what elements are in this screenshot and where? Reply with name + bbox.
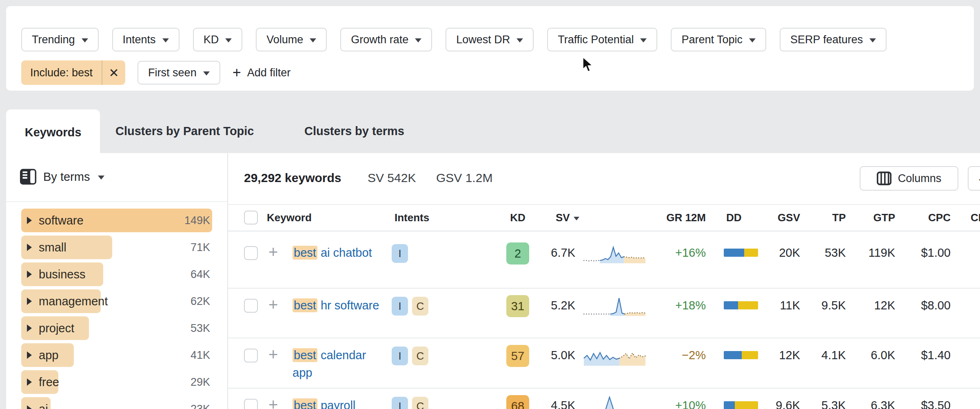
cps-value: 1.1 xyxy=(962,299,980,312)
filter-label: First seen xyxy=(148,67,197,79)
add-to-list-icon[interactable]: + xyxy=(268,296,278,314)
tab-clusters-by-parent-topic[interactable]: Clusters by Parent Topic xyxy=(115,109,254,153)
intent-badge-C: C xyxy=(412,347,428,365)
gsv-value: 9.6K xyxy=(758,399,800,409)
intent-badge-I: I xyxy=(392,347,408,365)
column-header-keyword[interactable]: Keyword xyxy=(267,211,312,224)
filter-serp-features-dropdown[interactable]: SERP features xyxy=(780,28,887,51)
row-checkbox[interactable] xyxy=(244,246,258,260)
remove-filter-button[interactable]: ✕ xyxy=(102,60,125,85)
add-to-list-icon[interactable]: + xyxy=(268,243,278,261)
dd-bar-yellow xyxy=(735,401,758,409)
expand-arrow-icon[interactable] xyxy=(27,271,32,278)
row-checkbox[interactable] xyxy=(244,399,258,409)
column-header-dd[interactable]: DD xyxy=(726,211,742,224)
term-count: 64K xyxy=(191,262,210,286)
growth-rate-value: +16% xyxy=(656,246,706,260)
filter-kd-dropdown[interactable]: KD xyxy=(193,28,243,51)
expand-arrow-icon[interactable] xyxy=(27,217,32,224)
matched-term-highlight: best xyxy=(293,246,317,260)
cpc-value: $3.50 xyxy=(909,399,951,409)
dd-bar-blue xyxy=(724,249,744,257)
terms-sidebar: By terms software 149K small 71K busines… xyxy=(6,153,228,409)
expand-arrow-icon[interactable] xyxy=(27,405,32,409)
filter-intents-dropdown[interactable]: Intents xyxy=(112,28,180,51)
cps-value: 1.1 xyxy=(962,246,980,260)
term-count: 23K xyxy=(191,397,210,409)
term-count: 53K xyxy=(191,316,210,340)
term-count: 29K xyxy=(191,370,210,394)
expand-arrow-icon[interactable] xyxy=(27,351,32,359)
filter-traffic-potential-dropdown[interactable]: Traffic Potential xyxy=(547,28,657,51)
table-header-row: Keyword Intents KD SV GR 12M DD GSV TP G… xyxy=(228,205,980,231)
expand-arrow-icon[interactable] xyxy=(27,325,32,332)
term-count: 149K xyxy=(184,209,210,232)
dd-bar xyxy=(724,301,758,309)
term-count: 41K xyxy=(191,343,210,367)
export-api-button[interactable]: { xyxy=(968,166,980,191)
keyword-link[interactable]: best calendar app xyxy=(293,347,380,382)
keyword-link[interactable]: best hr software xyxy=(293,297,380,314)
filter-growth-rate-dropdown[interactable]: Growth rate xyxy=(340,28,432,51)
expand-arrow-icon[interactable] xyxy=(27,378,32,386)
add-to-list-icon[interactable]: + xyxy=(268,396,278,409)
volume-trend-sparkline xyxy=(583,293,646,318)
add-to-list-icon[interactable]: + xyxy=(268,345,278,364)
tab-keywords[interactable]: Keywords xyxy=(6,109,100,155)
column-header-gr12m[interactable]: GR 12M xyxy=(656,211,706,224)
chevron-down-icon xyxy=(162,38,169,42)
columns-icon xyxy=(877,171,891,185)
dd-bar-yellow xyxy=(738,301,758,309)
column-header-kd[interactable]: KD xyxy=(506,211,529,224)
volume-trend-sparkline xyxy=(583,240,646,266)
sidebar-term-software[interactable]: software 149K xyxy=(21,209,212,232)
filter-volume-dropdown[interactable]: Volume xyxy=(256,28,327,51)
sidebar-term-free[interactable]: free 29K xyxy=(21,370,212,394)
select-all-checkbox[interactable] xyxy=(244,211,258,225)
column-header-gsv[interactable]: GSV xyxy=(758,211,800,224)
chevron-down-icon xyxy=(310,38,316,42)
filter-label: SERP features xyxy=(790,33,863,46)
term-count: 71K xyxy=(191,236,210,259)
sidebar-term-small[interactable]: small 71K xyxy=(21,236,212,259)
column-header-gtp[interactable]: GTP xyxy=(852,211,895,224)
intent-badge-I: I xyxy=(392,397,408,409)
row-checkbox[interactable] xyxy=(244,349,258,362)
keywords-total: 29,292 keywords xyxy=(244,171,341,185)
row-checkbox[interactable] xyxy=(244,299,258,313)
expand-arrow-icon[interactable] xyxy=(27,244,32,251)
column-header-cpc[interactable]: CPC xyxy=(909,211,951,224)
keyword-link[interactable]: best payroll xyxy=(293,397,380,409)
tab-clusters-by-terms[interactable]: Clusters by terms xyxy=(304,109,404,153)
chevron-down-icon xyxy=(415,38,421,42)
filter-parent-topic-dropdown[interactable]: Parent Topic xyxy=(671,28,766,51)
filter-lowest-dr-dropdown[interactable]: Lowest DR xyxy=(446,28,534,51)
keyword-link[interactable]: best ai chatbot xyxy=(293,244,380,262)
sidebar-term-ai[interactable]: ai 23K xyxy=(21,397,212,409)
sidebar-term-management[interactable]: management 62K xyxy=(21,289,212,313)
filter-trending-dropdown[interactable]: Trending xyxy=(21,28,99,51)
sidebar-term-business[interactable]: business 64K xyxy=(21,262,212,286)
column-header-tp[interactable]: TP xyxy=(807,211,846,224)
dd-bar-blue xyxy=(724,301,738,309)
sidebar-term-project[interactable]: project 53K xyxy=(21,316,212,340)
keywords-table-panel: 29,292 keywords SV 542K GSV 1.2M Columns… xyxy=(228,153,980,409)
volume-trend-sparkline xyxy=(583,393,646,409)
include-best-filter-chip[interactable]: Include: best ✕ xyxy=(21,60,125,85)
expand-arrow-icon[interactable] xyxy=(27,298,32,305)
column-header-intents[interactable]: Intents xyxy=(395,211,429,224)
sidebar-term-app[interactable]: app 41K xyxy=(21,343,212,367)
tab-label: Clusters by Parent Topic xyxy=(115,124,254,138)
columns-button[interactable]: Columns xyxy=(860,166,958,191)
dd-bar-blue xyxy=(724,351,742,359)
tab-label: Clusters by terms xyxy=(304,124,404,138)
gsv-value: 11K xyxy=(758,299,800,312)
view-selector-dropdown[interactable]: By terms xyxy=(20,169,104,185)
growth-rate-value: +10% xyxy=(656,399,706,409)
add-filter-button[interactable]: + Add filter xyxy=(233,67,291,79)
column-header-cps[interactable]: CPS xyxy=(971,211,980,224)
tab-label: Keywords xyxy=(25,126,82,139)
filter-first-seen-dropdown[interactable]: First seen xyxy=(137,61,220,84)
cps-value: 1.2 xyxy=(962,399,980,409)
column-header-sv[interactable]: SV xyxy=(556,211,579,224)
